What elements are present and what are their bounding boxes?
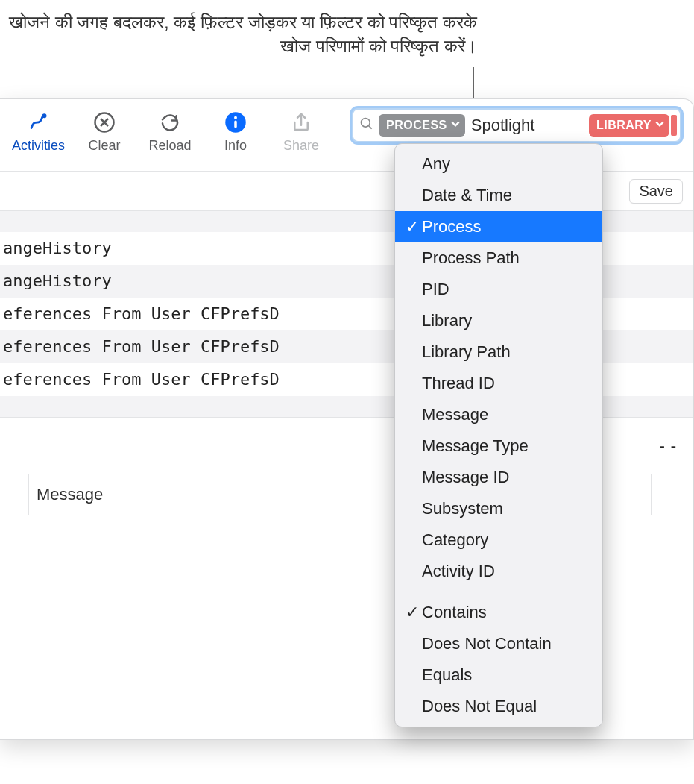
annotation-caption: खोजने की जगह बदलकर, कई फ़िल्टर जोड़कर या…: [0, 10, 477, 59]
menu-item[interactable]: PID: [395, 274, 602, 305]
menu-item-label: Library Path: [422, 342, 511, 362]
menu-item[interactable]: Does Not Contain: [395, 628, 602, 659]
clear-button[interactable]: Clear: [74, 107, 135, 157]
menu-item-label: Contains: [422, 603, 487, 622]
message-column-label: Message: [37, 485, 103, 504]
activities-button[interactable]: Activities: [7, 107, 69, 157]
filter-token-process-label: PROCESS: [386, 119, 447, 132]
menu-item-label: Process: [422, 217, 481, 236]
menu-item[interactable]: Library: [395, 305, 602, 336]
menu-item[interactable]: ✓Process: [395, 211, 602, 242]
menu-item[interactable]: Equals: [395, 659, 602, 691]
svg-point-0: [42, 113, 46, 118]
clear-label: Clear: [89, 138, 121, 154]
reload-button[interactable]: Reload: [139, 107, 201, 157]
menu-item[interactable]: Message ID: [395, 462, 602, 493]
menu-item-label: Category: [422, 530, 488, 550]
menu-item[interactable]: Thread ID: [395, 368, 602, 399]
clear-icon: [92, 110, 117, 135]
row-text: eferences From User CFPrefsD: [3, 304, 280, 323]
menu-item-label: Subsystem: [422, 499, 503, 518]
share-label: Share: [283, 138, 319, 154]
menu-item[interactable]: Library Path: [395, 336, 602, 368]
filter-dropdown-menu[interactable]: AnyDate & Time✓ProcessProcess PathPIDLib…: [394, 143, 603, 727]
annotation-text: खोजने की जगह बदलकर, कई फ़िल्टर जोड़कर या…: [9, 12, 477, 56]
menu-item-label: Date & Time: [422, 186, 512, 205]
info-label: Info: [224, 138, 247, 154]
menu-item-label: Message Type: [422, 436, 529, 456]
menu-item[interactable]: ✓Contains: [395, 597, 602, 628]
menu-item[interactable]: Process Path: [395, 242, 602, 274]
menu-item[interactable]: Any: [395, 148, 602, 180]
menu-separator: [403, 592, 595, 592]
row-text: eferences From User CFPrefsD: [3, 337, 280, 356]
menu-item[interactable]: Subsystem: [395, 493, 602, 524]
row-text: angeHistory: [3, 239, 112, 257]
reload-label: Reload: [148, 138, 191, 154]
menu-item-label: Process Path: [422, 248, 520, 268]
filter-token-library-label: LIBRARY: [596, 119, 652, 132]
share-icon: [288, 110, 314, 135]
reload-icon: [157, 110, 183, 135]
menu-item-label: Does Not Contain: [422, 634, 552, 653]
gutter-column: [0, 474, 29, 515]
menu-item-label: Activity ID: [422, 562, 495, 581]
menu-item-label: PID: [422, 280, 449, 299]
info-button[interactable]: Info: [205, 107, 266, 157]
row-text: angeHistory: [3, 272, 112, 290]
filter-token-fragment[interactable]: [671, 115, 677, 136]
checkmark-icon: ✓: [403, 217, 422, 236]
save-button[interactable]: Save: [629, 179, 683, 204]
menu-item-label: Message ID: [422, 468, 509, 487]
menu-item-label: Message: [422, 405, 488, 424]
dash-cell: --: [657, 418, 681, 474]
activities-icon: [26, 110, 51, 135]
menu-item-label: Any: [422, 154, 450, 174]
menu-item[interactable]: Message Type: [395, 430, 602, 462]
row-text: eferences From User CFPrefsD: [3, 370, 280, 389]
menu-item[interactable]: Does Not Equal: [395, 691, 602, 722]
chevron-down-icon: [654, 119, 665, 132]
trailing-column: [651, 474, 693, 515]
info-icon: [223, 110, 248, 135]
search-field[interactable]: PROCESS Spotlight LIBRARY: [352, 108, 681, 142]
menu-item[interactable]: Category: [395, 524, 602, 556]
menu-item[interactable]: Message: [395, 399, 602, 430]
filter-token-library[interactable]: LIBRARY: [589, 114, 669, 137]
search-icon: [358, 116, 376, 134]
chevron-down-icon: [450, 119, 461, 132]
menu-item-label: Equals: [422, 665, 472, 685]
menu-item[interactable]: Activity ID: [395, 556, 602, 587]
checkmark-icon: ✓: [403, 603, 422, 622]
save-label: Save: [639, 183, 673, 199]
menu-item-label: Does Not Equal: [422, 697, 537, 716]
menu-item-label: Library: [422, 311, 472, 330]
menu-item[interactable]: Date & Time: [395, 180, 602, 211]
search-text[interactable]: Spotlight: [465, 116, 586, 135]
filter-token-process[interactable]: PROCESS: [379, 114, 465, 137]
share-button[interactable]: Share: [271, 107, 332, 157]
svg-point-5: [362, 119, 370, 128]
menu-item-label: Thread ID: [422, 374, 495, 393]
svg-point-3: [234, 116, 237, 119]
svg-rect-4: [234, 121, 237, 128]
activities-label: Activities: [12, 138, 65, 154]
